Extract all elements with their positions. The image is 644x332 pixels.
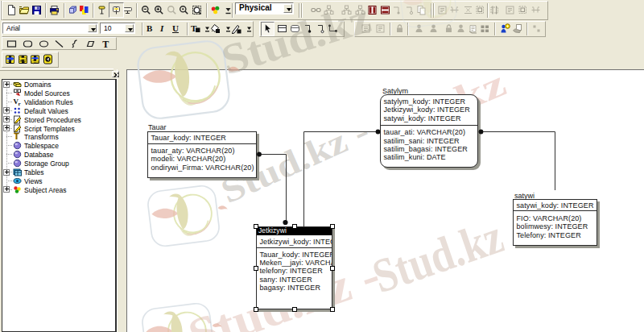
svg-text:T: T (14, 132, 19, 141)
svg-text:T: T (102, 39, 109, 49)
